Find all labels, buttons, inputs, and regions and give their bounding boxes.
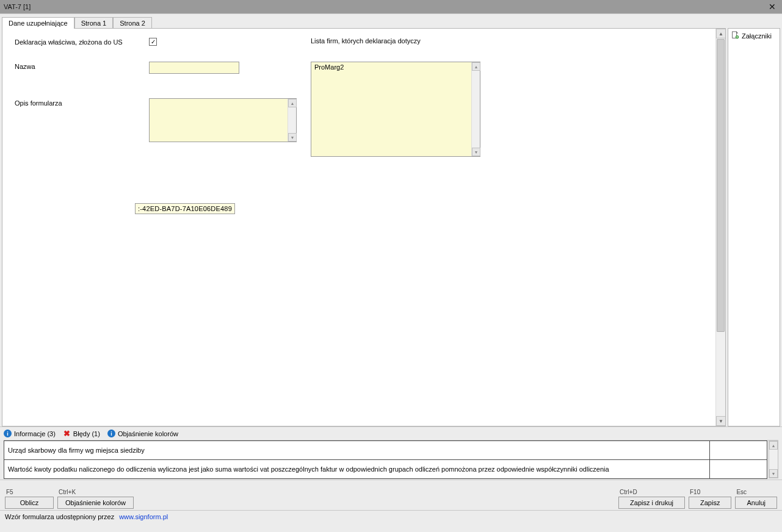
- shortcut-esc: Esc: [735, 489, 777, 495]
- footer: Wzór formularza udostępniony przez www.s…: [0, 510, 782, 522]
- label-firms-list: Lista firm, których deklaracja dotyczy: [311, 37, 480, 45]
- tabbar: Dane uzupełniające Strona 1 Strona 2: [2, 16, 726, 28]
- col-oblicz: F5 Oblicz: [5, 489, 54, 509]
- chevron-down-icon[interactable]: ▼: [716, 416, 726, 426]
- tab-info[interactable]: i Informacje (3): [4, 430, 56, 437]
- tabs-and-content: Dane uzupełniające Strona 1 Strona 2 Dek…: [2, 16, 726, 426]
- right-column: Lista firm, których deklaracja dotyczy P…: [311, 37, 480, 157]
- input-name[interactable]: [149, 62, 239, 74]
- message-cell: [709, 440, 767, 460]
- list-item[interactable]: ProMarg2: [311, 62, 480, 72]
- footer-link[interactable]: www.signform.pl: [119, 513, 168, 520]
- firms-scrollbar[interactable]: ▲ ▼: [471, 62, 480, 156]
- content-pane: Deklaracja właściwa, złożona do US ✓ Naz…: [2, 28, 726, 426]
- firms-list[interactable]: ProMarg2 ▲ ▼: [311, 62, 480, 157]
- label-declaration: Deklaracja właściwa, złożona do US: [15, 37, 149, 46]
- main-area: Dane uzupełniające Strona 1 Strona 2 Dek…: [0, 13, 782, 426]
- tab-info-label: Informacje (3): [14, 430, 56, 437]
- bottom-toolbar: F5 Oblicz Ctrl+K Objaśnienie kolorów Ctr…: [0, 480, 782, 510]
- col-save-print: Ctrl+D Zapisz i drukuj: [618, 489, 685, 509]
- titlebar: VAT-7 [1] ✕: [0, 0, 782, 13]
- message-text: Urząd skarbowy dla firmy wg miejsca sied…: [8, 447, 145, 454]
- chevron-up-icon[interactable]: ▲: [769, 441, 778, 450]
- label-name: Nazwa: [15, 62, 149, 70]
- info-tabs: i Informacje (3) ✖ Błędy (1) i Objaśnien…: [0, 426, 782, 439]
- toolbar-right: Ctrl+D Zapisz i drukuj F10 Zapisz Esc An…: [618, 481, 777, 509]
- tab-strona-1[interactable]: Strona 1: [74, 17, 114, 29]
- tab-strona-2[interactable]: Strona 2: [113, 17, 152, 29]
- content-scrollbar[interactable]: ▲ ▼: [715, 29, 725, 426]
- scrollbar-thumb[interactable]: [717, 39, 725, 332]
- content-inner: Deklaracja właściwa, złożona do US ✓ Naz…: [2, 29, 715, 426]
- messages-scrollbar[interactable]: ▲ ▼: [769, 440, 778, 478]
- shortcut-f5: F5: [5, 489, 54, 495]
- toolbar-left: F5 Oblicz Ctrl+K Objaśnienie kolorów: [5, 481, 134, 509]
- message-row[interactable]: Wartość kwoty podatku naliczonego do odl…: [4, 459, 710, 479]
- col-save: F10 Zapisz: [689, 489, 731, 509]
- checkbox-declaration[interactable]: ✓: [149, 38, 157, 46]
- message-text: Wartość kwoty podatku naliczonego do odl…: [8, 466, 609, 473]
- shortcut-f10: F10: [689, 489, 731, 495]
- tab-legend-label: Objaśnienie kolorów: [118, 430, 178, 437]
- chevron-down-icon[interactable]: ▼: [769, 469, 778, 478]
- oblicz-button[interactable]: Oblicz: [5, 497, 54, 509]
- label-description: Opis formularza: [15, 98, 149, 107]
- guid-display: :-42ED-BA7D-7A10E06DE489: [135, 203, 235, 214]
- save-button[interactable]: Zapisz: [689, 497, 731, 509]
- tab-errors[interactable]: ✖ Błędy (1): [63, 429, 100, 438]
- message-row[interactable]: Urząd skarbowy dla firmy wg miejsca sied…: [4, 440, 710, 460]
- attachments-button[interactable]: Załączniki: [731, 31, 777, 41]
- messages-right-col: [710, 440, 767, 478]
- col-cancel: Esc Anuluj: [735, 489, 777, 509]
- document-add-icon: [731, 31, 739, 41]
- info-icon: i: [107, 430, 115, 437]
- close-icon[interactable]: ✕: [766, 2, 778, 12]
- messages-list: Urząd skarbowy dla firmy wg miejsca sied…: [4, 440, 710, 478]
- chevron-down-icon[interactable]: ▼: [288, 133, 297, 142]
- save-print-button[interactable]: Zapisz i drukuj: [618, 497, 685, 509]
- textarea-description[interactable]: ▲ ▼: [149, 98, 297, 142]
- footer-prefix: Wzór formularza udostępniony przez: [5, 513, 114, 520]
- message-cell: [709, 459, 767, 479]
- desc-scrollbar[interactable]: ▲ ▼: [288, 99, 296, 142]
- tab-dane-uzupelniajace[interactable]: Dane uzupełniające: [2, 17, 74, 29]
- info-icon: i: [4, 430, 12, 437]
- attachments-label: Załączniki: [742, 32, 772, 40]
- side-panel: Załączniki: [728, 28, 780, 426]
- cancel-button[interactable]: Anuluj: [735, 497, 777, 509]
- chevron-up-icon[interactable]: ▲: [288, 99, 297, 107]
- col-legend: Ctrl+K Objaśnienie kolorów: [57, 489, 134, 509]
- shortcut-ctrld: Ctrl+D: [618, 489, 685, 495]
- chevron-down-icon[interactable]: ▼: [472, 148, 480, 156]
- legend-button[interactable]: Objaśnienie kolorów: [57, 497, 134, 509]
- messages-pane: Urząd skarbowy dla firmy wg miejsca sied…: [4, 440, 778, 478]
- error-icon: ✖: [63, 429, 71, 438]
- chevron-up-icon[interactable]: ▲: [472, 62, 480, 71]
- window-title: VAT-7 [1]: [4, 3, 31, 10]
- tab-errors-label: Błędy (1): [73, 430, 100, 437]
- chevron-up-icon[interactable]: ▲: [716, 29, 726, 38]
- tab-legend[interactable]: i Objaśnienie kolorów: [107, 430, 178, 437]
- shortcut-ctrlk: Ctrl+K: [57, 489, 134, 495]
